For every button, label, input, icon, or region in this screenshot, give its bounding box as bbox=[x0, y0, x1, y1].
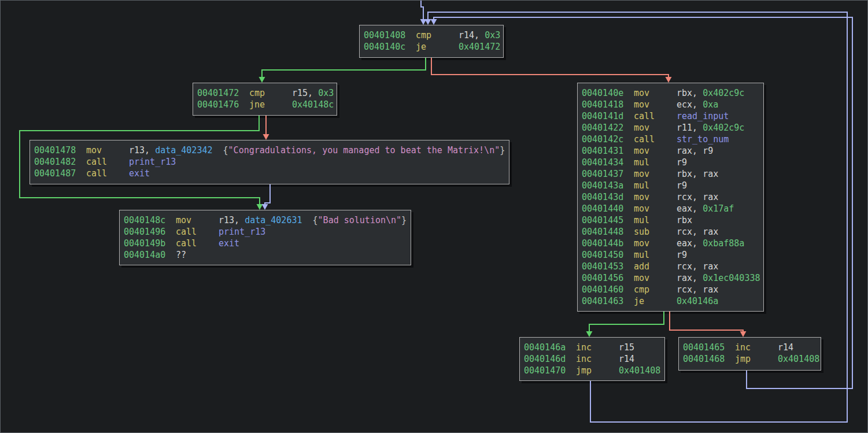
branch-target-link[interactable]: 0x40148c bbox=[292, 99, 334, 110]
instruction-row[interactable]: 00401408cmpr14, 0x3 bbox=[364, 29, 499, 41]
instruction-address: 00401437 bbox=[582, 168, 634, 180]
branch-target-link[interactable]: 0x40146a bbox=[677, 296, 718, 306]
instruction-row[interactable]: 00401440moveax, 0x17af bbox=[582, 203, 759, 214]
basic-block-0x40148c[interactable]: 0040148cmovr13, data_402631 {"Bad soluti… bbox=[119, 210, 411, 265]
basic-block-0x40146a[interactable]: 0040146aincr150040146dincr1400401470jmp0… bbox=[519, 337, 665, 381]
instruction-operands: ecx, 0xa bbox=[677, 99, 718, 110]
instruction-row[interactable]: 00401470jmp0x401408 bbox=[524, 365, 660, 376]
instruction-row[interactable]: 0040149bcallexit bbox=[124, 238, 407, 249]
data-reference-link[interactable]: data_402631 bbox=[245, 215, 302, 225]
instruction-address: 0040144b bbox=[582, 238, 634, 249]
instruction-row[interactable]: 00401445mulrbx bbox=[582, 214, 759, 226]
immediate-value: 0x1ec040338 bbox=[703, 273, 760, 283]
operand: r13, bbox=[219, 215, 245, 225]
instruction-row[interactable]: 0040142ccallstr_to_num bbox=[582, 134, 759, 145]
instruction-mnemonic: mov bbox=[634, 122, 677, 134]
instruction-row[interactable]: 0040146dincr14 bbox=[524, 353, 660, 365]
instruction-mnemonic: mov bbox=[634, 99, 677, 110]
disassembly-graph-view[interactable]: 00401408cmpr14, 0x30040140cje0x401472004… bbox=[0, 0, 868, 433]
instruction-row[interactable]: 0040140cje0x401472 bbox=[364, 41, 499, 53]
instruction-row[interactable]: 00401463je0x40146a bbox=[582, 295, 759, 307]
instruction-row[interactable]: 00401422movr11, 0x402c9c bbox=[582, 122, 759, 134]
branch-target-link[interactable]: 0x401408 bbox=[778, 354, 819, 364]
instruction-address: 00401445 bbox=[582, 214, 634, 226]
instruction-row[interactable]: 00401437movrbx, rax bbox=[582, 168, 759, 180]
operand: r14, bbox=[459, 30, 485, 40]
immediate-value: 0xa bbox=[703, 99, 718, 110]
call-target-link[interactable]: exit bbox=[219, 238, 239, 249]
instruction-row[interactable]: 0040143dmovrcx, rax bbox=[582, 191, 759, 203]
instruction-row[interactable]: 00401418movecx, 0xa bbox=[582, 99, 759, 110]
operand bbox=[213, 145, 223, 156]
instruction-mnemonic: mov bbox=[634, 191, 677, 203]
instruction-operands: r15, 0x3 bbox=[292, 87, 334, 99]
instruction-operands: r9 bbox=[677, 157, 687, 168]
instruction-row[interactable]: 00401460cmprcx, rax bbox=[582, 284, 759, 295]
instruction-mnemonic: jmp bbox=[735, 353, 778, 365]
instruction-row[interactable]: 00401472cmpr15, 0x3 bbox=[197, 87, 333, 99]
instruction-row[interactable]: 0040146aincr15 bbox=[524, 342, 660, 353]
operand: r15, bbox=[292, 88, 318, 98]
operand: rax, r9 bbox=[677, 146, 713, 156]
call-target-link[interactable]: exit bbox=[129, 168, 150, 179]
branch-target-link[interactable]: 0x401408 bbox=[619, 365, 660, 376]
instruction-row[interactable]: 0040140emovrbx, 0x402c9c bbox=[582, 87, 759, 99]
edge-entry-to-0x401408 bbox=[420, 1, 427, 25]
call-target-link[interactable]: read_input bbox=[677, 111, 729, 121]
instruction-address: 0040141d bbox=[582, 110, 634, 122]
instruction-row[interactable]: 00401496callprint_r13 bbox=[124, 226, 407, 238]
instruction-row[interactable]: 0040148cmovr13, data_402631 {"Bad soluti… bbox=[124, 214, 407, 226]
basic-block-0x401472[interactable]: 00401472cmpr15, 0x300401476jne0x40148c bbox=[193, 83, 337, 116]
basic-block-0x401408[interactable]: 00401408cmpr14, 0x30040140cje0x401472 bbox=[359, 25, 504, 58]
instruction-row[interactable]: 00401448subrcx, rax bbox=[582, 226, 759, 238]
instruction-row[interactable]: 0040143amulr9 bbox=[582, 180, 759, 191]
instruction-address: 00401460 bbox=[582, 284, 634, 295]
edge-arrowhead bbox=[586, 331, 593, 337]
call-target-link[interactable]: print_r13 bbox=[129, 157, 176, 167]
instruction-mnemonic: mul bbox=[634, 180, 677, 191]
instruction-mnemonic: cmp bbox=[249, 87, 292, 99]
instruction-row[interactable]: 00401468jmp0x401408 bbox=[683, 353, 817, 365]
instruction-operands: exit bbox=[129, 168, 150, 179]
call-target-link[interactable]: str_to_num bbox=[677, 134, 729, 145]
instruction-row[interactable]: 004014a0?? bbox=[124, 249, 407, 261]
data-reference-link[interactable]: data_402342 bbox=[155, 145, 212, 156]
string-literal: "Congradulations, you managed to beat th… bbox=[228, 145, 500, 156]
branch-target-link[interactable]: 0x401472 bbox=[459, 42, 500, 52]
instruction-row[interactable]: 00401450mulr9 bbox=[582, 249, 759, 261]
instruction-row[interactable]: 00401487callexit bbox=[34, 168, 505, 179]
immediate-value: 0xbaf88a bbox=[703, 238, 744, 249]
instruction-mnemonic: mov bbox=[86, 145, 129, 156]
immediate-value: 0x17af bbox=[703, 203, 734, 214]
instruction-operands: r9 bbox=[677, 180, 687, 191]
instruction-row[interactable]: 0040141dcallread_input bbox=[582, 110, 759, 122]
instruction-row[interactable]: 00401482callprint_r13 bbox=[34, 156, 505, 168]
instruction-address: 00401431 bbox=[582, 145, 634, 157]
edge-arrowhead bbox=[263, 134, 269, 140]
instruction-operands: str_to_num bbox=[677, 134, 729, 145]
instruction-address: 00401418 bbox=[582, 99, 634, 110]
instruction-address: 00401440 bbox=[582, 203, 634, 214]
instruction-row[interactable]: 0040144bmoveax, 0xbaf88a bbox=[582, 238, 759, 249]
basic-block-0x401478[interactable]: 00401478movr13, data_402342 {"Congradula… bbox=[29, 140, 509, 184]
instruction-row[interactable]: 00401431movrax, r9 bbox=[582, 145, 759, 157]
instruction-address: 0040149b bbox=[124, 238, 176, 249]
instruction-row[interactable]: 00401465incr14 bbox=[683, 342, 817, 353]
instruction-operands: rbx bbox=[677, 214, 692, 226]
instruction-row[interactable]: 00401476jne0x40148c bbox=[197, 99, 333, 110]
instruction-address: 0040143a bbox=[582, 180, 634, 191]
instruction-mnemonic: mul bbox=[634, 249, 677, 261]
instruction-row[interactable]: 00401456movrax, 0x1ec040338 bbox=[582, 272, 759, 284]
instruction-row[interactable]: 00401478movr13, data_402342 {"Congradula… bbox=[34, 145, 505, 156]
instruction-row[interactable]: 00401453addrcx, rax bbox=[582, 261, 759, 272]
edge-0x401408-true-0x401472 bbox=[259, 58, 426, 83]
instruction-mnemonic: jmp bbox=[576, 365, 619, 376]
operand: rcx, rax bbox=[677, 284, 718, 295]
basic-block-0x401465[interactable]: 00401465incr1400401468jmp0x401408 bbox=[678, 337, 821, 371]
edge-arrowhead bbox=[257, 204, 263, 210]
instruction-row[interactable]: 00401434mulr9 bbox=[582, 157, 759, 168]
operand: r9 bbox=[677, 157, 687, 168]
edge-0x401472-false-0x401478 bbox=[263, 116, 269, 140]
call-target-link[interactable]: print_r13 bbox=[219, 227, 265, 237]
basic-block-0x40140e[interactable]: 0040140emovrbx, 0x402c9c00401418movecx, … bbox=[577, 83, 764, 312]
